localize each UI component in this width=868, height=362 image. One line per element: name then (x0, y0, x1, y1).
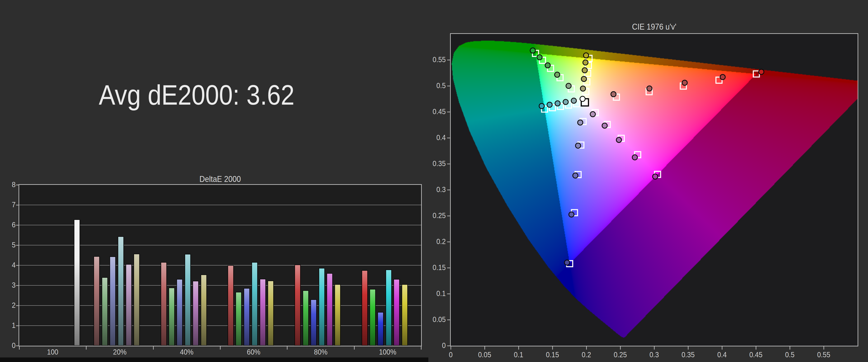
bar-yellow-60- (268, 281, 274, 346)
bar-red-60- (228, 265, 234, 346)
measured-point-magenta-20--measured (590, 111, 595, 117)
bar-green-60- (236, 292, 242, 346)
measured-point-blue-20--measured (578, 120, 583, 125)
bar-green-40- (168, 288, 175, 346)
bar-y-label-8: 8 (7, 180, 16, 189)
bar-y-label-6: 6 (7, 220, 16, 229)
cie-y-label-0.05: 0.05 (427, 315, 446, 324)
bar-x-tick-6 (421, 347, 422, 350)
bar-y-label-4: 4 (7, 261, 16, 269)
measured-point-green-60--measured (545, 63, 550, 68)
bar-x-tick-1 (86, 347, 87, 350)
bar-white (74, 220, 80, 346)
cie-x-tick-0.4 (722, 347, 722, 350)
cie-x-label-0.35: 0.35 (682, 350, 694, 359)
cie-x-tick-0.15 (552, 347, 553, 350)
cie-x-tick-0.35 (688, 347, 688, 350)
bar-chart-plot-area (19, 185, 421, 346)
bar-y-tick-2 (16, 305, 19, 306)
bar-green-20- (102, 277, 108, 346)
cie-y-tick-0.35 (447, 164, 451, 164)
cie-y-tick-0 (447, 345, 451, 346)
measured-point-blue-100--measured (564, 260, 569, 265)
measured-point-yellow-100--measured (583, 53, 589, 58)
cie-y-tick-0.2 (447, 241, 451, 242)
measured-point-red-40--measured (647, 86, 652, 91)
cie-y-label-0.4: 0.4 (427, 133, 446, 142)
cie-y-tick-0.25 (447, 216, 451, 216)
bar-cyan-20- (118, 236, 124, 346)
measured-point-green-20--measured (566, 84, 571, 89)
cie-x-label-0.45: 0.45 (749, 350, 763, 359)
measured-point-blue-60--measured (573, 173, 578, 178)
bar-magenta-60- (260, 279, 266, 346)
bar-x-tick-5 (354, 347, 355, 350)
gridline-7 (19, 205, 421, 205)
bar-x-label-100%: 100% (379, 348, 397, 356)
bar-y-tick-7 (16, 205, 19, 205)
bar-red-40- (161, 262, 167, 346)
cie-x-tick-0.5 (789, 347, 790, 350)
bar-chart-title: DeltaE 2000 (199, 174, 241, 184)
measured-point-red-60--measured (682, 80, 687, 86)
bar-blue-80- (311, 299, 317, 346)
cie-x-tick-0.1 (518, 347, 519, 350)
cie-x-label-0.25: 0.25 (614, 350, 627, 359)
cie-x-tick-0.25 (620, 347, 621, 350)
measured-point-magenta-80--measured (632, 155, 638, 160)
cie-y-tick-0.3 (447, 190, 451, 190)
cie-x-label-0.4: 0.4 (717, 350, 727, 359)
bar-green-80- (303, 290, 309, 346)
cie-x-tick-0.2 (586, 347, 587, 350)
measured-point-red-80--measured (720, 74, 725, 79)
bar-x-label-40%: 40% (180, 348, 193, 356)
measured-point-cyan-60--measured (555, 101, 560, 106)
bar-x-tick-2 (153, 347, 154, 350)
cie-x-label-0: 0 (449, 350, 453, 359)
measured-point-cyan-80--measured (547, 102, 552, 107)
bar-x-tick-4 (287, 347, 287, 350)
cie-y-label-0.35: 0.35 (427, 159, 446, 168)
bar-x-tick-3 (220, 347, 221, 350)
cie-y-label-0.1: 0.1 (427, 289, 446, 298)
cie-y-tick-0.1 (447, 294, 451, 294)
measured-point-yellow-40--measured (581, 76, 587, 81)
measured-point-cyan-40--measured (563, 99, 568, 105)
bar-red-80- (294, 265, 301, 346)
measured-point-magenta-40--measured (602, 123, 608, 128)
cie-x-label-0.2: 0.2 (582, 350, 591, 359)
measured-point-yellow-80--measured (583, 60, 588, 65)
measured-point-cyan-20--measured (571, 98, 577, 103)
cie-chart-title: CIE 1976 u'v' (632, 22, 676, 32)
bar-blue-20- (110, 257, 116, 346)
cie-x-label-0.3: 0.3 (649, 350, 659, 359)
bar-magenta-100- (394, 279, 400, 346)
measured-point-green-40--measured (555, 72, 560, 77)
cie-y-label-0.55: 0.55 (427, 55, 446, 64)
cie-x-label-0.5: 0.5 (785, 350, 795, 359)
cie-x-tick-0.55 (824, 347, 824, 350)
bar-cyan-40- (185, 254, 191, 346)
measured-point-yellow-20--measured (581, 86, 586, 91)
cie-y-tick-0.4 (447, 138, 451, 138)
bar-magenta-40- (193, 281, 199, 346)
bar-blue-40- (177, 279, 183, 346)
cie-x-tick-0.05 (485, 347, 485, 350)
bar-y-tick-6 (16, 225, 19, 226)
bar-yellow-100- (402, 284, 408, 346)
cie-x-label-0.15: 0.15 (546, 350, 559, 359)
bar-y-label-7: 7 (7, 200, 16, 209)
cie-x-tick-0 (451, 347, 451, 350)
cie-plot-area (451, 34, 858, 346)
bar-x-tick-0 (19, 347, 20, 350)
bar-y-tick-4 (16, 265, 19, 266)
calibration-report: Avg dE2000: 3.62 DeltaE 2000 10020%40%60… (0, 0, 868, 362)
bar-blue-60- (244, 288, 250, 346)
bar-y-label-1: 1 (7, 321, 16, 330)
cie-y-label-0: 0 (427, 341, 446, 350)
bar-y-label-0: 0 (7, 341, 16, 350)
cie-x-label-0.05: 0.05 (478, 350, 491, 359)
bar-magenta-20- (126, 264, 132, 346)
measured-point-green-100--measured (530, 48, 535, 53)
cie-y-label-0.15: 0.15 (427, 263, 446, 272)
